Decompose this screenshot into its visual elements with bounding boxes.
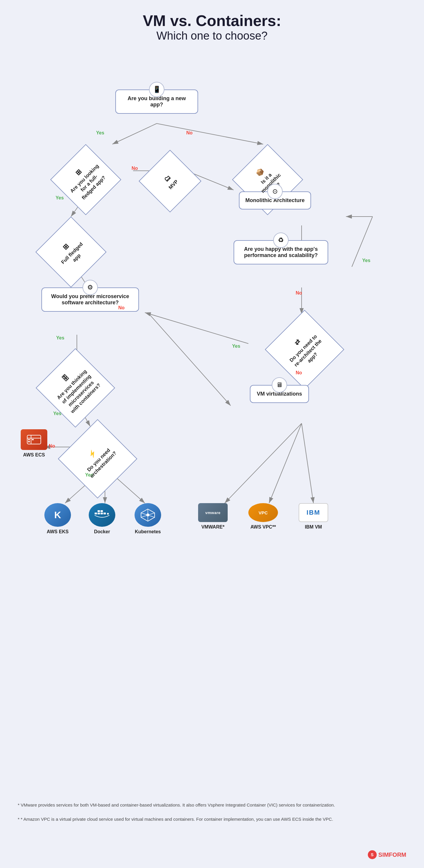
sub-title: Which one to choose? [18, 30, 406, 42]
start-text: Are you building a new app? [128, 95, 186, 107]
svg-rect-32 [101, 513, 103, 514]
aws-ecs-icon [21, 429, 47, 450]
monolithic-node: ⊙ Monolithic Architecture [233, 191, 316, 210]
yes-q3: Yes [56, 335, 64, 341]
svg-line-20 [225, 423, 302, 503]
aws-eks-label: AWS EKS [47, 529, 68, 534]
ibm-icon: IBM [299, 503, 328, 522]
svg-line-14 [148, 313, 231, 406]
cycle-icon: ♻ [273, 232, 289, 248]
page: VM vs. Containers: Which one to choose? [0, 0, 424, 868]
kubernetes-logo: Kubernetes [135, 503, 161, 534]
svg-point-41 [146, 514, 149, 517]
svg-rect-27 [28, 439, 30, 440]
yes-q1: Yes [56, 195, 64, 200]
flowchart: 📱 Are you building a new app? Yes No ⊞ A… [18, 51, 406, 790]
yes-q6: Yes [232, 344, 241, 349]
q7-diamond-wrapper: ⚡ Do you need orchestration? [56, 417, 139, 500]
footnotes: * VMware provides services for both VM-b… [18, 802, 406, 823]
svg-rect-30 [95, 513, 97, 514]
phone-icon: 📱 [149, 82, 164, 97]
start-node: 📱 Are you building a new app? [115, 90, 198, 114]
aws-ecs-logo: AWS ECS [21, 429, 47, 458]
layers-icon: ⊙ [267, 184, 283, 199]
vmware-icon: vmware [198, 503, 228, 522]
aws-eks-icon: K [44, 503, 71, 527]
docker-label: Docker [94, 529, 110, 534]
q1-diamond-wrapper: ⊞ Are you looking for a full-fledged app… [49, 143, 123, 217]
simform-brand: S SIMFORM [368, 850, 406, 859]
yes-label-start-left: Yes [96, 130, 104, 135]
q3-text: Would you prefer microservice software a… [51, 293, 129, 306]
no-q4: No [296, 290, 302, 296]
main-title: VM vs. Containers: [18, 12, 406, 30]
docker-icon [89, 503, 115, 527]
aws-vpc-icon: VPC [248, 503, 278, 522]
ibm-vm-label: IBM VM [305, 524, 322, 530]
svg-rect-29 [32, 439, 34, 440]
kubernetes-label: Kubernetes [135, 529, 161, 534]
svg-rect-35 [101, 510, 103, 512]
svg-line-1 [157, 123, 263, 144]
mvp-wrapper: 🗂 MVP [138, 149, 202, 214]
aws-vpc-logo: VPC AWS VPC** [248, 503, 278, 530]
svg-rect-31 [97, 513, 100, 514]
yes-q4: Yes [362, 258, 370, 263]
svg-point-36 [107, 513, 109, 515]
kubernetes-icon [135, 503, 161, 527]
svg-line-22 [302, 423, 313, 503]
no-label-start-right: No [186, 130, 193, 135]
footnote-2: * * Amazon VPC is a virtual private clou… [18, 816, 406, 823]
svg-rect-34 [97, 510, 100, 512]
ibm-vm-logo: IBM IBM VM [299, 503, 328, 530]
svg-rect-33 [104, 513, 106, 514]
simform-label: SIMFORM [378, 851, 406, 858]
full-fledged-wrapper: ⊞ Full fledged app [34, 215, 108, 289]
server-icon: 🖥 [272, 377, 287, 393]
yes-q5: Yes [53, 411, 61, 416]
no-q1: No [132, 166, 138, 171]
q5-diamond-wrapper: 🗄 Are you thinking of implementing micro… [34, 346, 117, 429]
svg-line-21 [269, 423, 302, 503]
aws-ecs-label: AWS ECS [23, 452, 45, 458]
no-q3: No [118, 305, 124, 311]
svg-line-11 [145, 313, 248, 344]
aws-vpc-label: AWS VPC** [250, 524, 276, 530]
footnote-1: * VMware provides services for both VM-b… [18, 802, 406, 809]
aws-eks-logo: K AWS EKS [44, 503, 71, 534]
svg-line-0 [112, 123, 157, 144]
docker-logo: Docker [89, 503, 115, 534]
svg-rect-28 [28, 441, 30, 442]
title-section: VM vs. Containers: Which one to choose? [18, 12, 406, 42]
microservice-icon: ⚙ [83, 280, 98, 295]
q4-node: ♻ Are you happy with the app's performan… [233, 240, 328, 265]
no-q7: No [49, 443, 55, 449]
vmware-label: VMWARE* [201, 524, 224, 530]
q4-text: Are you happy with the app's performance… [244, 246, 317, 258]
simform-icon: S [368, 850, 377, 859]
vmware-logo: vmware VMWARE* [198, 503, 228, 530]
vm-virt-node: 🖥 VM virtualizations [231, 385, 328, 403]
